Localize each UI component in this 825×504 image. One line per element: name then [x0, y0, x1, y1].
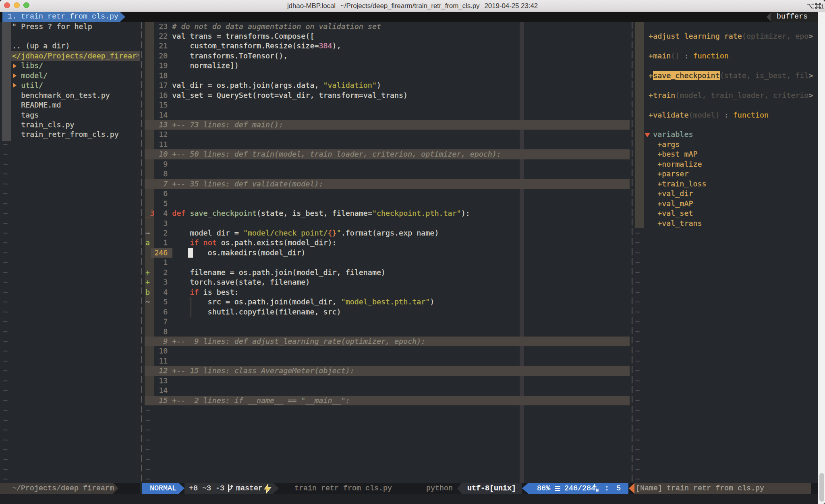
svg-text:1: 1 [821, 3, 824, 10]
